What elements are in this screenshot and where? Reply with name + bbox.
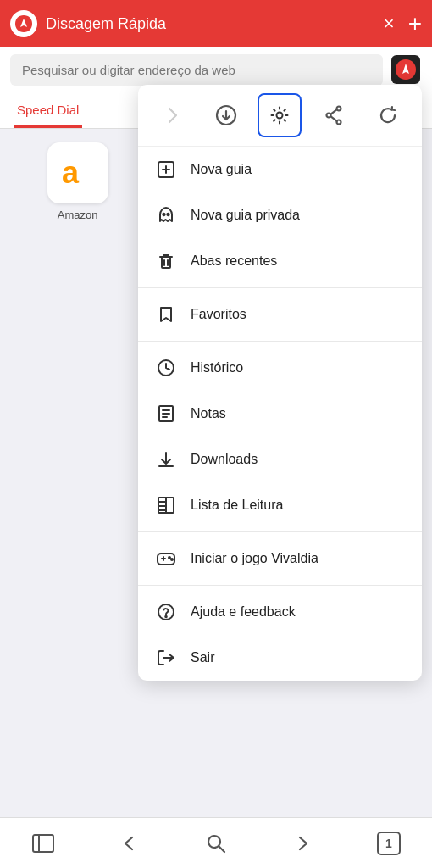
svg-point-35 (171, 559, 173, 560)
sair-label: Sair (191, 650, 214, 665)
svg-point-6 (277, 113, 283, 119)
forward-nav-button[interactable] (281, 822, 324, 865)
dropdown-menu: Nova guia Nova guia privada Abas recente… (138, 85, 422, 681)
bookmark-icon (155, 303, 177, 326)
trash-icon (155, 250, 177, 272)
notes-icon (155, 403, 177, 425)
lista-leitura-label: Lista de Leitura (191, 498, 283, 513)
menu-downloads[interactable]: Downloads (138, 437, 422, 482)
menu-nova-guia[interactable]: Nova guia (138, 147, 422, 192)
menu-nova-guia-privada[interactable]: Nova guia privada (138, 192, 422, 238)
svg-line-11 (331, 116, 337, 121)
search-button[interactable] (195, 822, 237, 865)
back-button[interactable] (108, 822, 151, 865)
clock-icon (155, 357, 177, 379)
bottom-nav: 1 (0, 817, 432, 868)
dropdown-toolbar (138, 85, 422, 147)
sidebar-button[interactable] (22, 822, 64, 865)
nova-guia-privada-label: Nova guia privada (191, 208, 300, 223)
ghost-icon (155, 204, 177, 226)
svg-point-34 (169, 557, 170, 559)
menu-sair[interactable]: Sair (138, 635, 422, 681)
downloads-label: Downloads (191, 452, 258, 467)
book-icon (155, 494, 177, 516)
tabs-count-button[interactable]: 1 (368, 822, 410, 865)
tab-count-box: 1 (377, 832, 401, 855)
add-tab-button[interactable]: + (408, 10, 422, 37)
gamepad-icon (155, 548, 177, 570)
download-arrow-icon (155, 448, 177, 470)
menu-historico[interactable]: Histórico (138, 345, 422, 391)
menu-lista-leitura[interactable]: Lista de Leitura (138, 482, 422, 528)
speed-dial-amazon[interactable]: a Amazon (14, 142, 141, 221)
historico-label: Histórico (191, 360, 243, 376)
svg-point-16 (167, 214, 169, 215)
svg-rect-39 (33, 835, 53, 852)
menu-favoritos[interactable]: Favoritos (138, 292, 422, 337)
vivaldi-icon-button[interactable] (390, 53, 422, 86)
forward-button[interactable] (150, 93, 194, 137)
svg-line-10 (331, 109, 337, 114)
share-button[interactable] (312, 93, 356, 137)
divider-2 (138, 341, 422, 342)
search-input[interactable] (10, 54, 383, 86)
menu-notas[interactable]: Notas (138, 391, 422, 437)
tab-count: 1 (385, 837, 392, 850)
vivaldi-logo (10, 10, 37, 37)
abas-recentes-label: Abas recentes (191, 253, 277, 269)
close-tab-button[interactable]: × (384, 13, 395, 35)
svg-point-37 (165, 616, 167, 618)
divider-4 (138, 585, 422, 586)
svg-rect-17 (162, 257, 170, 268)
amazon-icon: a (47, 142, 108, 203)
menu-ajuda[interactable]: Ajuda e feedback (138, 589, 422, 635)
ajuda-label: Ajuda e feedback (191, 604, 296, 620)
svg-text:a: a (62, 155, 80, 190)
settings-button[interactable] (258, 93, 302, 137)
favoritos-label: Favoritos (191, 307, 246, 322)
divider-1 (138, 287, 422, 288)
help-icon (155, 601, 177, 623)
menu-abas-recentes[interactable]: Abas recentes (138, 238, 422, 284)
jogo-label: Iniciar o jogo Vivaldia (191, 551, 318, 566)
svg-point-15 (163, 214, 164, 215)
svg-line-42 (219, 846, 225, 852)
divider-3 (138, 531, 422, 532)
amazon-label: Amazon (58, 209, 98, 221)
nova-guia-label: Nova guia (191, 162, 252, 177)
download-button[interactable] (204, 93, 248, 137)
top-bar: Discagem Rápida × + (0, 0, 432, 47)
page-title: Discagem Rápida (46, 15, 384, 33)
exit-icon (155, 647, 177, 669)
reload-button[interactable] (366, 93, 410, 137)
plus-square-icon (155, 159, 177, 181)
notas-label: Notas (191, 406, 226, 421)
menu-jogo[interactable]: Iniciar o jogo Vivaldia (138, 536, 422, 581)
tab-speed-dial[interactable]: Speed Dial (14, 94, 82, 128)
